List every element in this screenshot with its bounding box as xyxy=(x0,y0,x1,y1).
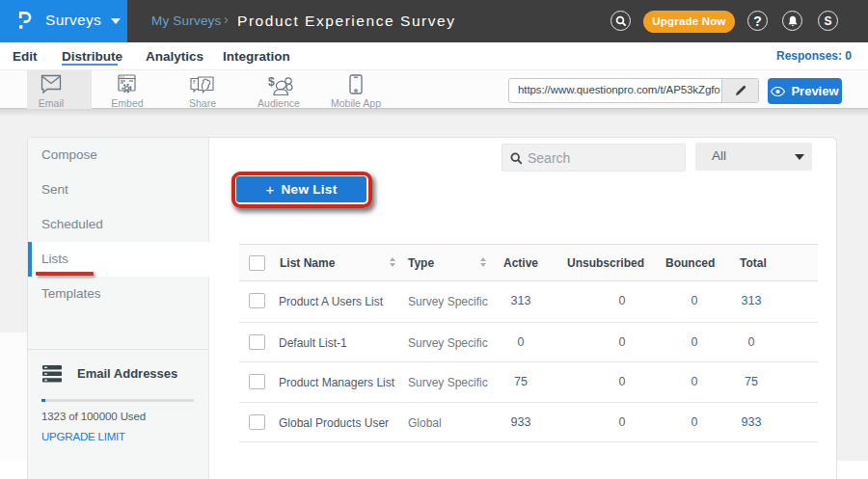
svg-text:$: $ xyxy=(268,76,275,89)
